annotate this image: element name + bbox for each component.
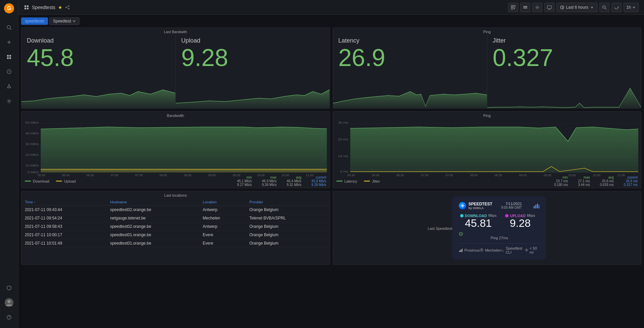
dashboards-icon[interactable] bbox=[3, 51, 15, 63]
view-toggle-button[interactable] bbox=[520, 3, 530, 12]
dl-avg: 46.4 Mb/s bbox=[287, 179, 302, 183]
download-value: 45.8 bbox=[27, 46, 170, 70]
ping-chart-panel: Ping 30 ms 20 ms 10 ms 0 ms bbox=[333, 111, 642, 188]
col-location[interactable]: Location bbox=[199, 198, 246, 206]
add-icon[interactable] bbox=[3, 36, 15, 48]
refresh-interval-selector[interactable]: 1h bbox=[624, 3, 639, 12]
svg-point-81 bbox=[481, 249, 482, 250]
favorite-icon[interactable]: ★ bbox=[58, 5, 62, 10]
zoom-out-button[interactable] bbox=[599, 3, 609, 12]
lat-max: 27.1 ms bbox=[578, 179, 590, 183]
svg-point-70 bbox=[462, 205, 463, 206]
svg-rect-4 bbox=[7, 55, 9, 57]
svg-rect-19 bbox=[24, 8, 26, 9]
search-icon[interactable] bbox=[3, 21, 15, 34]
tab-speedtest-dropdown[interactable]: Speedtest bbox=[49, 17, 79, 25]
speedtest-bar-chart-icon bbox=[533, 203, 539, 209]
speedtest-source-item: Speedtest CLI bbox=[501, 246, 525, 254]
download-dot bbox=[460, 214, 464, 217]
svg-text:20 Mb/s: 20 Mb/s bbox=[25, 153, 39, 156]
speedtest-logo: SPEEDTEST by OOKLA bbox=[459, 202, 492, 210]
svg-point-21 bbox=[68, 5, 69, 7]
dl-current: 45.8 Mb/s bbox=[312, 179, 326, 183]
latency-legend-item: Latency bbox=[336, 179, 358, 183]
topbar: Speedtests ★ Last 6 hours 1h bbox=[18, 0, 644, 15]
alerting-icon[interactable] bbox=[3, 80, 15, 92]
speedtest-speeds: DOWNLOAD Mbps 45.81 UPLOAD Mbps 9.28 bbox=[459, 214, 539, 228]
latency-stat: Latency 26.9 bbox=[333, 35, 487, 108]
speedtest-location-item: Mechelen bbox=[480, 246, 501, 254]
svg-marker-59 bbox=[41, 127, 327, 173]
locations-table: Time ↑ Hostname Location Provider 2021-0… bbox=[21, 198, 330, 248]
download-legend-label: Download bbox=[33, 179, 49, 183]
locations-title: Last locations bbox=[21, 191, 330, 198]
bandwidth-stat-panel: Last Bandwith Download 45.8 bbox=[21, 27, 330, 109]
help-icon[interactable]: ? bbox=[3, 311, 15, 323]
svg-rect-73 bbox=[537, 204, 538, 208]
svg-line-24 bbox=[67, 6, 68, 7]
app-logo[interactable]: G bbox=[4, 3, 14, 13]
svg-marker-69 bbox=[350, 127, 638, 173]
user-avatar[interactable] bbox=[3, 297, 15, 309]
tv-button[interactable] bbox=[544, 3, 554, 12]
jitter-value: 0.327 bbox=[493, 46, 636, 70]
upload-stat: Upload 9.28 bbox=[175, 35, 329, 108]
dashboard-title: Speedtests bbox=[32, 5, 55, 10]
svg-point-14 bbox=[7, 300, 11, 303]
speedtest-brand: SPEEDTEST bbox=[468, 202, 492, 206]
speedtest-footer: Proximus Mechelen Speedtest CLI < 50 mi bbox=[459, 243, 539, 254]
svg-text:40 Mb/s: 40 Mb/s bbox=[25, 132, 39, 135]
table-row[interactable]: 2021-07-11 10:00:17speedtest01.orange.be… bbox=[21, 231, 330, 239]
settings-icon[interactable] bbox=[3, 95, 15, 107]
upload-legend-label: Upload bbox=[64, 179, 76, 183]
table-cell: Orange Belgium bbox=[246, 239, 330, 248]
table-cell: speedtest02.orange.be bbox=[107, 222, 199, 231]
col-hostname[interactable]: Hostname bbox=[107, 198, 199, 206]
svg-rect-78 bbox=[459, 251, 460, 252]
table-row[interactable]: 2021-07-11 09:43:44speedtest02.orange.be… bbox=[21, 206, 330, 214]
shield-icon[interactable] bbox=[3, 282, 15, 294]
table-row[interactable]: 2021-07-11 10:01:49speedtest01.orange.be… bbox=[21, 239, 330, 248]
ping-chart-title: Ping bbox=[333, 112, 641, 118]
jit-avg: 0.635 ms bbox=[600, 183, 614, 187]
speedtest-source: Speedtest CLI bbox=[506, 246, 525, 254]
jit-current: 0.327 ms bbox=[624, 183, 638, 187]
chevron-down-icon bbox=[590, 6, 594, 9]
col-time[interactable]: Time ↑ bbox=[21, 198, 107, 206]
settings-button[interactable] bbox=[532, 3, 542, 12]
terminal-icon bbox=[501, 248, 504, 252]
explore-icon[interactable] bbox=[3, 66, 15, 78]
sidebar: G ? bbox=[0, 0, 18, 328]
svg-rect-79 bbox=[461, 250, 462, 252]
col-provider[interactable]: Provider bbox=[246, 198, 330, 206]
upload-dot bbox=[505, 214, 508, 217]
provider-icon bbox=[459, 248, 463, 252]
svg-line-1 bbox=[10, 28, 11, 30]
time-range-selector[interactable]: Last 6 hours bbox=[556, 3, 597, 12]
ping-chart-svg: 30 ms 20 ms 10 ms 0 ms bbox=[336, 120, 639, 175]
table-row[interactable]: 2021-07-11 09:58:43speedtest02.orange.be… bbox=[21, 222, 330, 231]
ping-stat-title: Ping bbox=[333, 28, 641, 35]
tab-chevron-icon bbox=[72, 19, 76, 23]
bandwidth-chart-panel: Bandwidth 50 Mb/s 40 Mb/s 30 Mb/s 20 Mb/… bbox=[21, 111, 330, 188]
table-cell: speedtest02.orange.be bbox=[107, 206, 199, 214]
svg-rect-17 bbox=[24, 5, 26, 7]
svg-text:0 ms: 0 ms bbox=[340, 170, 348, 173]
svg-text:20 ms: 20 ms bbox=[338, 138, 348, 141]
share-icon[interactable] bbox=[65, 5, 70, 10]
table-cell: 2021-07-11 10:00:17 bbox=[21, 231, 107, 239]
svg-line-77 bbox=[461, 234, 462, 235]
table-cell: Orange Belgium bbox=[246, 222, 330, 231]
jit-max: 3.44 ms bbox=[578, 183, 590, 187]
table-cell: speedtest01.orange.be bbox=[107, 231, 199, 239]
table-row[interactable]: 2021-07-11 09:54:24netgauge.telenet.beMe… bbox=[21, 214, 330, 222]
ping-stat-panel: Ping Latency 26.9 bbox=[333, 27, 642, 109]
speedtest-dl-value: 45.81 bbox=[459, 218, 497, 228]
table-cell: speedtest01.orange.be bbox=[107, 239, 199, 248]
grid-small-icon bbox=[24, 5, 29, 10]
svg-rect-7 bbox=[9, 57, 11, 59]
tab-speedtests[interactable]: speedtests bbox=[21, 17, 48, 25]
refresh-button[interactable] bbox=[611, 3, 622, 12]
svg-rect-5 bbox=[9, 55, 11, 57]
add-panel-button[interactable] bbox=[508, 3, 518, 12]
